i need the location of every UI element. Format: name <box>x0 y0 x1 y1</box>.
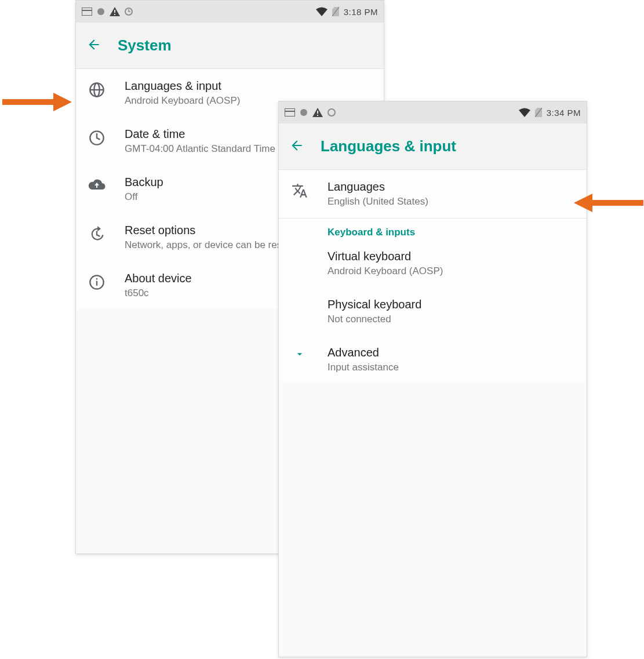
status-time: 3:34 PM <box>547 108 581 118</box>
svg-rect-15 <box>96 281 97 286</box>
warning-icon <box>312 108 323 117</box>
clock-icon <box>86 128 107 146</box>
svg-rect-21 <box>317 111 318 114</box>
row-title: Languages & input <box>125 79 373 93</box>
status-left-icons <box>82 7 133 16</box>
svg-rect-17 <box>285 108 295 116</box>
svg-point-4 <box>97 8 104 15</box>
sim-icon <box>535 108 542 117</box>
row-subtitle: Not connected <box>328 314 576 325</box>
translate-icon <box>289 180 310 199</box>
svg-rect-6 <box>114 10 115 13</box>
sync-icon <box>125 8 133 16</box>
row-title: Virtual keyboard <box>328 250 576 263</box>
status-right-icons: 3:18 PM <box>316 7 378 17</box>
settings-list: Languages English (United States) Keyboa… <box>279 170 587 384</box>
svg-rect-16 <box>96 278 97 279</box>
circle-icon <box>97 8 105 16</box>
status-right-icons: 3:34 PM <box>519 108 581 118</box>
row-advanced[interactable]: Advanced Input assistance <box>279 336 587 384</box>
row-title: Physical keyboard <box>328 298 576 311</box>
status-left-icons <box>285 108 336 117</box>
row-title: Advanced <box>328 346 576 359</box>
svg-point-23 <box>328 109 335 116</box>
circle-icon <box>300 108 308 116</box>
annotation-arrow-right <box>574 192 643 213</box>
row-virtual-keyboard[interactable]: Virtual keyboard Android Keyboard (AOSP) <box>279 244 587 287</box>
row-physical-keyboard[interactable]: Physical keyboard Not connected <box>279 287 587 336</box>
wifi-icon <box>519 108 530 117</box>
status-bar: 3:18 PM <box>76 1 384 23</box>
page-title: System <box>118 37 172 54</box>
restore-icon <box>86 224 107 242</box>
row-subtitle: Android Keyboard (AOSP) <box>328 265 576 277</box>
row-title: Languages <box>328 180 576 194</box>
phone-languages-input: 3:34 PM Languages & input Languages Engl… <box>278 101 587 657</box>
page-title: Languages & input <box>321 137 456 155</box>
annotation-arrow-left <box>2 92 72 112</box>
sim-icon <box>332 7 339 16</box>
back-button[interactable] <box>289 138 304 155</box>
sync-icon <box>328 108 336 116</box>
wifi-icon <box>316 7 328 16</box>
back-button[interactable] <box>86 37 101 54</box>
warning-icon <box>110 7 120 16</box>
svg-rect-2 <box>82 8 92 16</box>
svg-rect-22 <box>317 115 318 116</box>
status-bar: 3:34 PM <box>279 101 587 123</box>
section-header-keyboard-inputs: Keyboard & inputs <box>279 219 587 244</box>
row-subtitle: English (United States) <box>328 196 576 207</box>
info-icon <box>86 272 107 290</box>
globe-icon <box>86 79 107 98</box>
window-icon <box>82 8 92 16</box>
chevron-down-icon <box>289 346 310 360</box>
svg-point-19 <box>300 109 307 116</box>
svg-marker-1 <box>53 93 72 111</box>
app-bar: System <box>76 23 384 69</box>
cloud-upload-icon <box>86 176 107 191</box>
row-subtitle: Input assistance <box>328 362 576 373</box>
svg-rect-7 <box>114 14 115 15</box>
row-languages[interactable]: Languages English (United States) <box>279 170 587 218</box>
status-time: 3:18 PM <box>344 7 378 17</box>
app-bar: Languages & input <box>279 123 587 170</box>
svg-marker-26 <box>574 194 592 212</box>
window-icon <box>285 108 295 116</box>
